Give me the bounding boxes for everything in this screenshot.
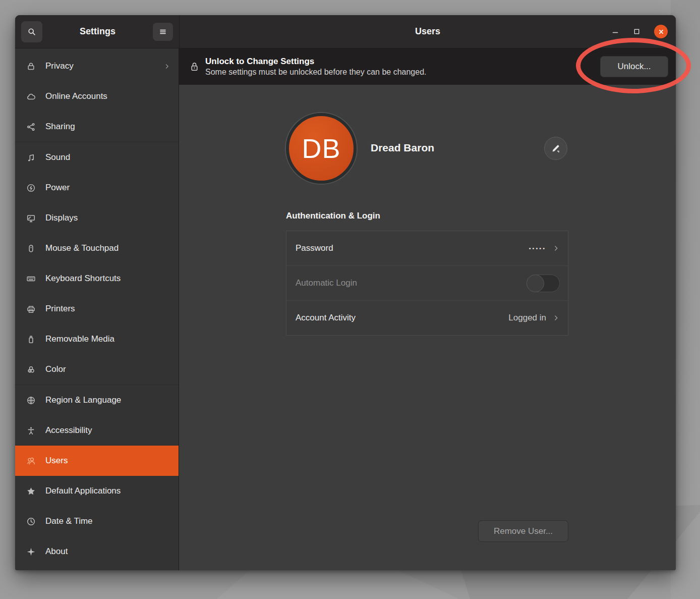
chevron-right-icon bbox=[164, 63, 170, 70]
unlock-button[interactable]: Unlock... bbox=[600, 56, 668, 77]
cloud-icon bbox=[26, 92, 36, 101]
lock-icon bbox=[26, 62, 36, 71]
sidebar-item-displays[interactable]: Displays bbox=[15, 203, 179, 233]
close-button[interactable] bbox=[654, 25, 668, 38]
sidebar-item-sharing[interactable]: Sharing bbox=[15, 112, 179, 142]
window-controls bbox=[611, 25, 668, 38]
user-name: Dread Baron bbox=[371, 142, 434, 154]
sidebar-item-label: Accessibility bbox=[45, 425, 92, 435]
mouse-icon bbox=[26, 244, 36, 253]
sidebar-item-accessibility[interactable]: Accessibility bbox=[15, 415, 179, 446]
password-row[interactable]: Password ••••• bbox=[286, 231, 568, 265]
account-activity-label: Account Activity bbox=[296, 313, 356, 323]
maximize-icon bbox=[633, 28, 640, 35]
main-titlebar: Users bbox=[180, 15, 676, 48]
sparkle-icon bbox=[26, 547, 36, 557]
hamburger-icon bbox=[159, 28, 167, 36]
sidebar-item-label: Keyboard Shortcuts bbox=[45, 274, 121, 284]
search-button[interactable] bbox=[21, 21, 42, 42]
chevron-right-icon bbox=[553, 314, 560, 321]
sidebar-item-region-language[interactable]: Region & Language bbox=[15, 385, 179, 415]
sidebar-item-mouse-touchpad[interactable]: Mouse & Touchpad bbox=[15, 233, 179, 263]
sidebar-item-label: Printers bbox=[45, 304, 75, 314]
sidebar-item-keyboard-shortcuts[interactable]: Keyboard Shortcuts bbox=[15, 263, 179, 294]
automatic-login-row: Automatic Login bbox=[286, 265, 568, 300]
password-value: ••••• bbox=[529, 245, 546, 251]
banner-title: Unlock to Change Settings bbox=[205, 56, 427, 67]
sidebar-item-date-time[interactable]: Date & Time bbox=[15, 506, 179, 536]
banner-subtitle: Some settings must be unlocked before th… bbox=[205, 67, 427, 77]
automatic-login-label: Automatic Login bbox=[296, 278, 357, 288]
auth-section-title: Authentication & Login bbox=[286, 211, 380, 221]
sidebar-item-label: Default Applications bbox=[45, 486, 121, 496]
sidebar-item-power[interactable]: Power bbox=[15, 173, 179, 203]
sidebar-item-privacy[interactable]: Privacy bbox=[15, 51, 179, 81]
star-icon bbox=[26, 486, 36, 496]
close-icon bbox=[658, 28, 665, 35]
toggle-knob bbox=[527, 275, 544, 292]
users-content: DB Dread Baron Authentication & Login Pa… bbox=[179, 85, 676, 570]
sidebar-titlebar: Settings bbox=[15, 15, 180, 48]
remove-user-button[interactable]: Remove User... bbox=[478, 520, 568, 542]
desktop: Settings Users bbox=[0, 0, 700, 599]
sidebar: Privacy Online Accounts Sharing Sound bbox=[15, 48, 179, 570]
sidebar-item-label: Region & Language bbox=[45, 395, 121, 405]
display-icon bbox=[26, 213, 36, 223]
clock-icon bbox=[26, 517, 36, 526]
color-circles-icon bbox=[26, 365, 36, 374]
users-icon bbox=[26, 456, 36, 466]
sidebar-item-about[interactable]: About bbox=[15, 536, 179, 567]
sidebar-item-label: Removable Media bbox=[45, 334, 114, 344]
sidebar-item-label: Color bbox=[45, 364, 66, 374]
music-note-icon bbox=[26, 153, 36, 162]
automatic-login-toggle[interactable] bbox=[527, 275, 560, 292]
sidebar-item-label: Sharing bbox=[45, 122, 75, 132]
account-activity-value: Logged in bbox=[508, 313, 546, 323]
settings-window: Settings Users bbox=[15, 15, 676, 570]
sidebar-item-online-accounts[interactable]: Online Accounts bbox=[15, 81, 179, 112]
sidebar-item-printers[interactable]: Printers bbox=[15, 294, 179, 324]
sidebar-item-color[interactable]: Color bbox=[15, 354, 179, 385]
titlebar: Settings Users bbox=[15, 15, 676, 48]
sidebar-item-label: About bbox=[45, 547, 68, 557]
sidebar-item-label: Date & Time bbox=[45, 516, 93, 526]
account-activity-row[interactable]: Account Activity Logged in bbox=[286, 300, 568, 335]
usb-drive-icon bbox=[26, 335, 36, 344]
page-title: Users bbox=[180, 26, 676, 37]
sidebar-title: Settings bbox=[42, 26, 153, 37]
minimize-button[interactable] bbox=[611, 28, 619, 36]
sidebar-item-default-applications[interactable]: Default Applications bbox=[15, 476, 179, 506]
users-panel: Unlock to Change Settings Some settings … bbox=[179, 48, 676, 570]
keyboard-icon bbox=[26, 274, 36, 284]
maximize-button[interactable] bbox=[633, 28, 640, 35]
avatar[interactable]: DB bbox=[286, 113, 357, 184]
sidebar-item-label: Power bbox=[45, 183, 70, 193]
password-label: Password bbox=[296, 243, 333, 253]
sidebar-item-label: Mouse & Touchpad bbox=[45, 243, 119, 253]
auth-settings-list: Password ••••• Automatic Login Account A… bbox=[286, 231, 568, 336]
unlock-banner: Unlock to Change Settings Some settings … bbox=[179, 48, 676, 85]
banner-text: Unlock to Change Settings Some settings … bbox=[205, 56, 427, 77]
accessibility-icon bbox=[26, 426, 36, 435]
sidebar-item-users[interactable]: Users bbox=[15, 446, 179, 476]
sidebar-item-label: Privacy bbox=[45, 61, 74, 71]
sidebar-item-label: Displays bbox=[45, 213, 78, 223]
minimize-icon bbox=[611, 28, 619, 36]
power-icon bbox=[26, 183, 36, 193]
chevron-right-icon bbox=[553, 245, 560, 252]
lock-icon bbox=[189, 61, 200, 73]
sidebar-item-label: Sound bbox=[45, 152, 70, 162]
menu-button[interactable] bbox=[153, 23, 173, 41]
sidebar-item-sound[interactable]: Sound bbox=[15, 142, 179, 173]
printer-icon bbox=[26, 304, 36, 314]
sidebar-item-label: Users bbox=[45, 456, 68, 466]
share-icon bbox=[26, 122, 36, 132]
globe-icon bbox=[26, 396, 36, 405]
sidebar-item-removable-media[interactable]: Removable Media bbox=[15, 324, 179, 354]
pencil-icon bbox=[551, 143, 561, 153]
edit-name-button[interactable] bbox=[544, 137, 567, 160]
search-icon bbox=[27, 27, 36, 36]
sidebar-item-label: Online Accounts bbox=[45, 91, 107, 101]
avatar-initials: DB bbox=[302, 133, 340, 164]
